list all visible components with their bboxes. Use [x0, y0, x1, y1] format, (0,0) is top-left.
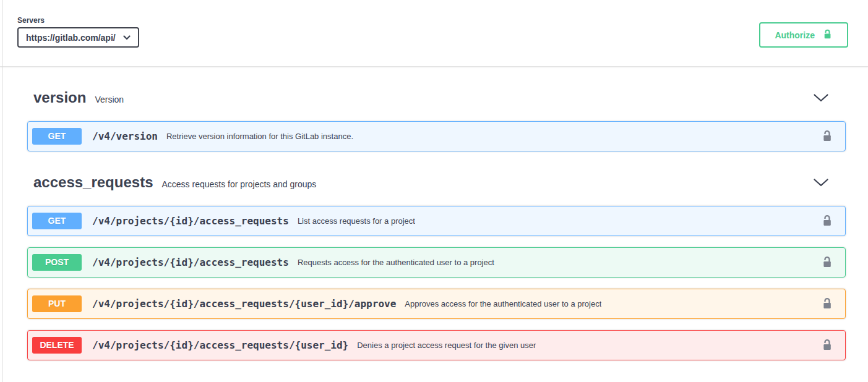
section-description: Version [95, 95, 124, 104]
section-header[interactable]: access_requests Access requests for proj… [27, 174, 846, 191]
page-edge-line [2, 0, 2, 382]
section-description: Access requests for projects and groups [161, 179, 316, 189]
operation-summary: List access requests for a project [298, 216, 415, 226]
operation-auth-button[interactable] [821, 297, 833, 312]
api-section-version: version Version GET /v4/version Retrieve… [27, 89, 846, 151]
scheme-container: Servers https://gitlab.com/api/ Authoriz… [0, 0, 868, 67]
authorize-button[interactable]: Authorize [759, 22, 848, 48]
unlock-icon [821, 255, 833, 270]
operation-path: /v4/projects/{id}/access_requests [92, 257, 289, 268]
operation-row[interactable]: PUT /v4/projects/{id}/access_requests/{u… [27, 289, 846, 319]
operation-path: /v4/projects/{id}/access_requests/{user_… [92, 298, 396, 310]
servers-label: Servers [17, 16, 139, 25]
operation-row[interactable]: DELETE /v4/projects/{id}/access_requests… [27, 330, 846, 360]
operation-row[interactable]: GET /v4/projects/{id}/access_requests Li… [27, 206, 846, 236]
servers-select[interactable]: https://gitlab.com/api/ [17, 27, 139, 48]
operation-row[interactable]: GET /v4/version Retrieve version informa… [27, 121, 846, 151]
operation-summary: Approves access for the authenticated us… [405, 299, 601, 308]
servers-select-value: https://gitlab.com/api/ [26, 33, 116, 43]
chevron-down-icon [814, 179, 828, 187]
method-badge: PUT [32, 295, 82, 312]
chevron-down-icon [814, 94, 828, 102]
section-header[interactable]: version Version [27, 89, 846, 106]
api-sections: version Version GET /v4/version Retrieve… [0, 89, 868, 360]
operation-path: /v4/projects/{id}/access_requests [92, 215, 289, 227]
section-expand-button[interactable] [811, 91, 831, 104]
chevron-down-icon [123, 35, 131, 40]
section-title: version [33, 89, 86, 106]
section-header-left: version Version [27, 89, 124, 106]
section-expand-button[interactable] [811, 176, 831, 189]
method-badge: GET [32, 128, 82, 145]
operation-summary: Retrieve version information for this Gi… [166, 132, 353, 141]
operation-auth-button[interactable] [821, 255, 833, 270]
operation-auth-button[interactable] [821, 129, 833, 144]
section-operations: GET /v4/version Retrieve version informa… [27, 121, 846, 151]
operation-summary: Denies a project access request for the … [357, 341, 536, 350]
section-header-left: access_requests Access requests for proj… [27, 174, 316, 191]
section-operations: GET /v4/projects/{id}/access_requests Li… [27, 206, 846, 360]
unlock-icon [821, 129, 833, 144]
method-badge: POST [32, 254, 82, 271]
authorize-button-label: Authorize [775, 30, 815, 40]
operation-path: /v4/version [92, 130, 158, 142]
unlock-icon [821, 338, 833, 353]
operation-auth-button[interactable] [821, 338, 833, 353]
operation-auth-button[interactable] [821, 214, 833, 229]
unlock-icon [821, 297, 833, 312]
unlock-icon [821, 214, 833, 229]
method-badge: DELETE [32, 337, 82, 354]
operation-row[interactable]: POST /v4/projects/{id}/access_requests R… [27, 247, 846, 278]
operation-path: /v4/projects/{id}/access_requests/{user_… [92, 339, 348, 351]
section-title: access_requests [33, 174, 153, 191]
servers-block: Servers https://gitlab.com/api/ [17, 16, 139, 48]
operation-summary: Requests access for the authenticated us… [298, 258, 494, 267]
api-section-access_requests: access_requests Access requests for proj… [27, 174, 846, 360]
unlock-icon [822, 28, 833, 42]
method-badge: GET [32, 213, 82, 229]
